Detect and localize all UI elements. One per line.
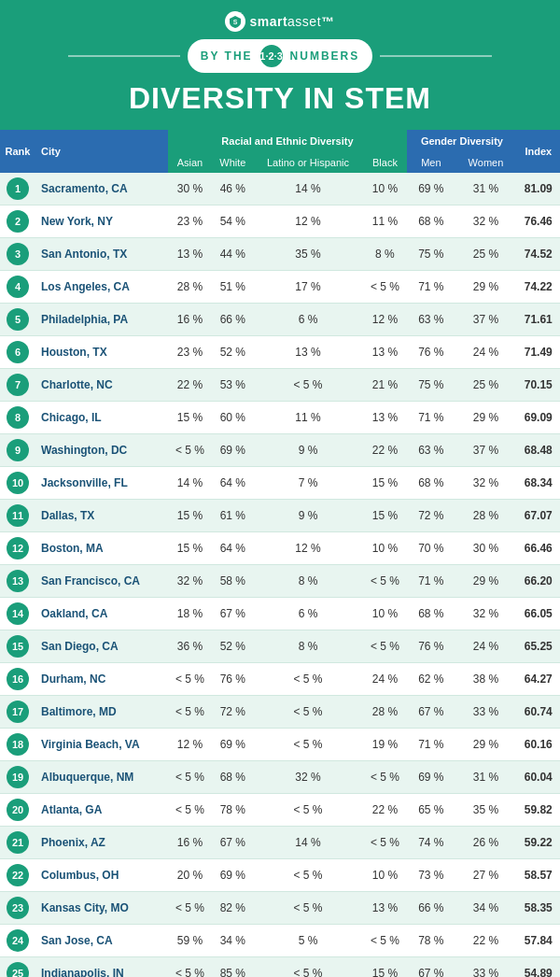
index-cell: 67.07 [517, 500, 560, 532]
header: S smartasset™ BY THE 1·2·3 NUMBERS DIVER… [0, 0, 560, 130]
black-cell: 15 % [363, 467, 408, 500]
latino-cell: < 5 % [253, 859, 362, 892]
latino-cell: < 5 % [253, 663, 362, 696]
latino-cell: 6 % [253, 598, 362, 630]
numbers-label: NUMBERS [290, 50, 360, 63]
table-row: 14Oakland, CA18 %67 %6 %10 %68 %32 %66.0… [0, 598, 560, 630]
women-cell: 38 % [455, 663, 516, 696]
women-cell: 33 % [455, 957, 516, 977]
women-cell: 32 % [455, 467, 516, 500]
latino-cell: 8 % [253, 630, 362, 663]
white-cell: 44 % [212, 238, 253, 271]
asian-cell: 28 % [168, 271, 213, 304]
men-cell: 68 % [407, 467, 455, 500]
index-cell: 59.22 [517, 827, 560, 859]
rank-cell: 20 [0, 794, 35, 827]
divider-right [380, 55, 492, 57]
index-cell: 76.46 [517, 205, 560, 238]
men-cell: 67 % [407, 957, 455, 977]
white-cell: 52 % [212, 630, 253, 663]
white-cell: 67 % [212, 598, 253, 630]
rank-cell: 13 [0, 565, 35, 598]
table-row: 7Charlotte, NC22 %53 %< 5 %21 %75 %25 %7… [0, 369, 560, 402]
main-title: DIVERSITY IN STEM [9, 82, 551, 115]
index-cell: 71.61 [517, 304, 560, 336]
white-cell: 61 % [212, 500, 253, 532]
black-cell: 10 % [363, 173, 408, 205]
table-row: 13San Francisco, CA32 %58 %8 %< 5 %71 %2… [0, 565, 560, 598]
rank-cell: 11 [0, 500, 35, 532]
index-cell: 60.04 [517, 761, 560, 794]
asian-cell: 16 % [168, 827, 213, 859]
city-cell: Houston, TX [35, 336, 168, 369]
black-cell: 10 % [363, 859, 408, 892]
table-row: 15San Diego, CA36 %52 %8 %< 5 %76 %24 %6… [0, 630, 560, 663]
city-cell: Durham, NC [35, 663, 168, 696]
rank-cell: 18 [0, 729, 35, 761]
rank-badge: 15 [7, 635, 29, 658]
rank-cell: 6 [0, 336, 35, 369]
rank-cell: 19 [0, 761, 35, 794]
latino-cell: < 5 % [253, 729, 362, 761]
latino-cell: 32 % [253, 761, 362, 794]
men-cell: 62 % [407, 663, 455, 696]
asian-cell: 30 % [168, 173, 213, 205]
index-cell: 60.16 [517, 729, 560, 761]
table-row: 24San Jose, CA59 %34 %5 %< 5 %78 %22 %57… [0, 925, 560, 957]
women-cell: 32 % [455, 598, 516, 630]
rank-cell: 23 [0, 892, 35, 925]
women-cell: 37 % [455, 304, 516, 336]
asian-cell: 23 % [168, 336, 213, 369]
white-cell: 78 % [212, 794, 253, 827]
black-cell: < 5 % [363, 271, 408, 304]
index-cell: 68.34 [517, 467, 560, 500]
white-subheader: White [212, 152, 253, 173]
city-cell: Dallas, TX [35, 500, 168, 532]
table-row: 2New York, NY23 %54 %12 %11 %68 %32 %76.… [0, 205, 560, 238]
rank-badge: 17 [7, 701, 29, 723]
women-cell: 31 % [455, 761, 516, 794]
black-cell: 13 % [363, 336, 408, 369]
table-row: 6Houston, TX23 %52 %13 %13 %76 %24 %71.4… [0, 336, 560, 369]
asian-subheader: Asian [168, 152, 213, 173]
black-cell: 10 % [363, 598, 408, 630]
asian-cell: < 5 % [168, 761, 213, 794]
table-row: 17Baltimore, MD< 5 %72 %< 5 %28 %67 %33 … [0, 696, 560, 729]
latino-cell: 14 % [253, 827, 362, 859]
asian-cell: 36 % [168, 630, 213, 663]
black-cell: 10 % [363, 532, 408, 565]
white-cell: 69 % [212, 729, 253, 761]
latino-cell: 7 % [253, 467, 362, 500]
asian-cell: < 5 % [168, 434, 213, 467]
table-row: 16Durham, NC< 5 %76 %< 5 %24 %62 %38 %64… [0, 663, 560, 696]
by-the-label: BY THE [201, 50, 253, 63]
latino-cell: 8 % [253, 565, 362, 598]
index-cell: 66.05 [517, 598, 560, 630]
white-cell: 68 % [212, 761, 253, 794]
men-cell: 73 % [407, 859, 455, 892]
table-row: 19Albuquerque, NM< 5 %68 %32 %< 5 %69 %3… [0, 761, 560, 794]
table-row: 1Sacramento, CA30 %46 %14 %10 %69 %31 %8… [0, 173, 560, 205]
black-cell: 12 % [363, 304, 408, 336]
racial-diversity-header: Racial and Ethnic Diversity [168, 130, 408, 152]
rank-badge: 11 [7, 504, 29, 527]
rank-badge: 8 [7, 406, 29, 429]
rank-badge: 4 [7, 276, 29, 298]
table-row: 12Boston, MA15 %64 %12 %10 %70 %30 %66.4… [0, 532, 560, 565]
diversity-table: Rank City Racial and Ethnic Diversity Ge… [0, 130, 560, 977]
black-cell: < 5 % [363, 565, 408, 598]
index-cell: 68.48 [517, 434, 560, 467]
black-cell: 22 % [363, 434, 408, 467]
table-row: 20Atlanta, GA< 5 %78 %< 5 %22 %65 %35 %5… [0, 794, 560, 827]
index-cell: 64.27 [517, 663, 560, 696]
rank-cell: 5 [0, 304, 35, 336]
asian-cell: 12 % [168, 729, 213, 761]
table-row: 23Kansas City, MO< 5 %82 %< 5 %13 %66 %3… [0, 892, 560, 925]
black-cell: 15 % [363, 500, 408, 532]
women-cell: 37 % [455, 434, 516, 467]
rank-badge: 1 [7, 177, 29, 200]
asian-cell: 15 % [168, 500, 213, 532]
city-cell: Sacramento, CA [35, 173, 168, 205]
table-row: 11Dallas, TX15 %61 %9 %15 %72 %28 %67.07 [0, 500, 560, 532]
city-cell: Phoenix, AZ [35, 827, 168, 859]
